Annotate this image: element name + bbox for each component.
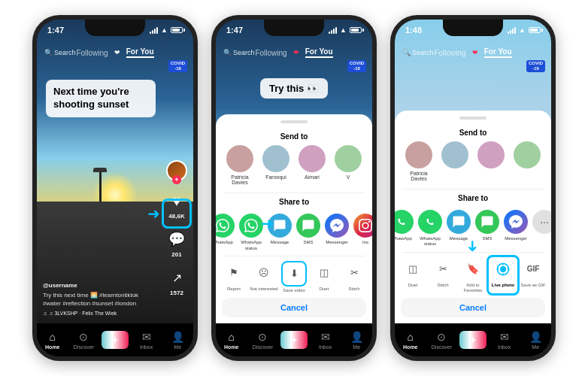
home-icon-2: ⌂ [229, 331, 235, 343]
instagram-icon [353, 214, 372, 238]
phone-3: 1:48 ▲ 🔍Search [390, 15, 556, 361]
share-whatsapp-status[interactable]: WhatsApp status [239, 214, 263, 250]
contact-3-1[interactable]: Patricia Davies [404, 141, 434, 181]
nav-foryou-3[interactable]: For You [484, 47, 512, 58]
share-whatsapp-status-3[interactable]: WhatsApp status [418, 210, 442, 247]
share-sms[interactable]: SMS [296, 214, 320, 250]
follow-badge-1[interactable]: + [172, 175, 181, 184]
bottom-nav-discover-3[interactable]: ⊙ Discover [426, 331, 458, 350]
share-actions-row-3: ◫ Duet ✂ Stitch 🔖 Add to Favorites [395, 254, 551, 295]
nav-tabs-3: Following ❤ For You [434, 47, 511, 58]
bottom-nav-discover[interactable]: ⊙ Discover [68, 331, 100, 350]
share-more-3[interactable]: ··· [532, 210, 551, 247]
share-whatsapp-3[interactable]: WhatsApp [395, 210, 414, 247]
action-gif-3[interactable]: GIF Save as GIF [519, 257, 547, 293]
share-messenger-3[interactable]: Messenger [504, 210, 528, 247]
share-messenger[interactable]: Messenger [325, 214, 349, 250]
bottom-nav-home[interactable]: ⌂ Home [37, 331, 68, 350]
bottom-nav-2: ⌂ Home ⊙ Discover + ✉ Inbox 👤 Me [216, 323, 372, 356]
share-icon-1: ↗ [166, 267, 187, 288]
comment-icon-1: 💬 [166, 229, 187, 250]
action-save-video[interactable]: ⬇ Save video [280, 261, 308, 293]
contact-1[interactable]: Patricia Davies [225, 145, 255, 185]
gif-icon-3: GIF [521, 257, 545, 281]
wifi-icon: ▲ [161, 26, 168, 34]
action-duet-3[interactable]: ◫ Duet [399, 257, 427, 293]
action-not-interested[interactable]: ☹ Not interested [250, 261, 278, 293]
contact-avatar-3-3 [477, 141, 505, 168]
cancel-button-3[interactable]: Cancel [401, 298, 545, 317]
bottom-nav-add[interactable]: + [99, 331, 131, 349]
action-live-photo-3[interactable]: Live photo [489, 257, 517, 293]
status-time-3: 1:48 [405, 26, 422, 35]
share-actions-row-2: ⚑ Report ☹ Not interested ⬇ Save video ◫… [216, 258, 372, 295]
action-report[interactable]: ⚑ Report [220, 261, 248, 293]
share-to-title-3: Share to [395, 191, 551, 207]
action-stitch-3[interactable]: ✂ Stitch [429, 257, 457, 293]
contact-2[interactable]: Farooqui [261, 145, 291, 185]
action-favorites-3[interactable]: 🔖 Add to Favorites [459, 257, 487, 293]
inbox-icon-3: ✉ [500, 331, 509, 343]
status-time-2: 1:47 [226, 26, 243, 35]
cancel-button-2[interactable]: Cancel [222, 298, 366, 317]
bottom-nav-me[interactable]: 👤 Me [162, 331, 193, 350]
arrow-to-share: ➜ [147, 205, 160, 223]
svg-point-1 [498, 263, 509, 274]
share-whatsapp[interactable]: WhatsApp [216, 214, 235, 250]
stitch-label-3: Stitch [437, 283, 448, 288]
bottom-nav-add-2[interactable]: + [278, 331, 310, 349]
comment-button-1[interactable]: 💬 201 [166, 229, 187, 258]
bottom-nav-home-3[interactable]: ⌂ Home [395, 331, 426, 350]
status-bar-2: 1:47 ▲ [216, 20, 372, 41]
duet-icon-3: ◫ [401, 257, 425, 281]
bottom-nav-me-2[interactable]: 👤 Me [341, 331, 372, 350]
covid-badge-3: COVID-19 [526, 60, 545, 72]
contact-name-1: Patricia Davies [225, 174, 255, 185]
bottom-nav-add-3[interactable]: + [457, 331, 489, 349]
share-apps-row-2: WhatsApp WhatsApp status Message [216, 211, 372, 253]
bottom-nav-inbox[interactable]: ✉ Inbox [131, 331, 162, 350]
add-button-2[interactable]: + [280, 331, 308, 349]
add-button[interactable]: + [102, 331, 129, 349]
nav-following-2[interactable]: Following [255, 49, 286, 57]
contact-3-4[interactable] [512, 141, 542, 181]
bottom-nav-home-2[interactable]: ⌂ Home [216, 331, 247, 350]
stitch-label: Stitch [348, 287, 359, 292]
action-duet[interactable]: ◫ Duet [310, 261, 338, 293]
whatsapp-status-label: WhatsApp status [239, 240, 263, 250]
status-bar-1: 1:47 ▲ [37, 20, 193, 41]
bottom-nav-inbox-3[interactable]: ✉ Inbox [489, 331, 520, 350]
share-to-title-2: Share to [216, 195, 372, 211]
message-icon-3 [447, 210, 471, 234]
contact-3-2[interactable] [440, 141, 470, 181]
share-button-1[interactable]: ↗ 1572 [166, 267, 187, 296]
contact-avatar-1 [226, 145, 253, 172]
inbox-icon: ✉ [142, 331, 151, 343]
contact-3[interactable]: Aimari [297, 145, 327, 185]
nav-following-3[interactable]: Following [434, 49, 465, 57]
tiktok-nav-2: 🔍Search Following ❤ For You COVID-19 [216, 39, 372, 66]
messenger-label-3: Messenger [505, 236, 527, 241]
instagram-label: Ins [362, 240, 368, 245]
nav-search-1[interactable]: 🔍Search [44, 49, 76, 56]
sheet-handle-3 [459, 117, 486, 120]
share-instagram[interactable]: Ins [353, 214, 372, 250]
nav-foryou-1[interactable]: For You [126, 47, 154, 58]
action-stitch[interactable]: ✂ Stitch [340, 261, 368, 293]
nav-foryou-2[interactable]: For You [305, 47, 333, 58]
nav-following-1[interactable]: Following [76, 49, 108, 57]
nav-search-2[interactable]: 🔍Search [223, 49, 255, 56]
bottom-nav-inbox-2[interactable]: ✉ Inbox [310, 331, 341, 350]
divider-2 [223, 256, 365, 256]
contact-name-4: V [347, 174, 350, 180]
not-interested-icon: ☹ [252, 261, 276, 285]
nav-search-3[interactable]: 🔍Search [402, 49, 434, 56]
contact-4[interactable]: V [333, 145, 363, 185]
phone-1-screen: 1:47 ▲ 🔍Search [37, 20, 193, 356]
add-button-3[interactable]: + [459, 331, 486, 349]
bottom-nav-me-3[interactable]: 👤 Me [520, 331, 551, 350]
creator-avatar-1[interactable]: + [166, 160, 187, 181]
arrow-to-savevideo: ➜ [261, 214, 274, 232]
contact-3-3[interactable] [476, 141, 506, 181]
bottom-nav-discover-2[interactable]: ⊙ Discover [247, 331, 279, 350]
